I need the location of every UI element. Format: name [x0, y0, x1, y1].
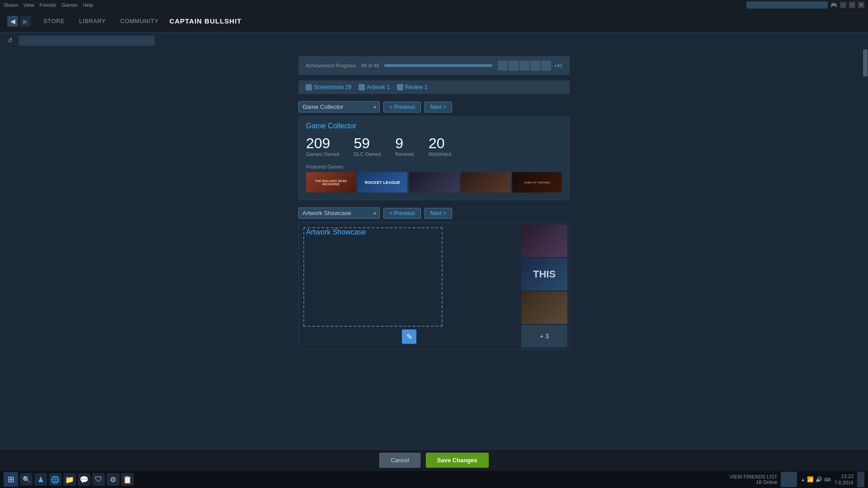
- action-bar: Cancel Save Changes: [0, 449, 868, 471]
- skype-icon: 💬: [80, 475, 89, 484]
- pencil-icon: ✎: [406, 333, 412, 341]
- tab-review[interactable]: Review 1: [397, 84, 427, 90]
- titlebar: Steam View Friends Games Help 🎮 ─ □ ✕: [0, 0, 868, 10]
- menu-steam[interactable]: Steam: [4, 2, 18, 8]
- url-bar[interactable]: [19, 36, 155, 46]
- nav-username: CAPTAIN BULLSHIT: [170, 17, 242, 25]
- game-thumb-4[interactable]: [461, 172, 510, 192]
- review-label: Review 1: [405, 84, 427, 90]
- maximize-button[interactable]: □: [849, 2, 855, 8]
- screenshots-label: Screenshots 29: [314, 84, 351, 90]
- refresh-button[interactable]: ↺: [7, 37, 15, 45]
- achievement-plus-count: +43: [554, 63, 562, 68]
- taskbar-search-button[interactable]: 🔍: [20, 473, 33, 486]
- achievement-progress-bar: [384, 64, 492, 67]
- game-collector-stats: 209 Games Owned 59 DLC Owned 9 Reviews: [299, 134, 569, 164]
- save-changes-button[interactable]: Save Changes: [426, 453, 489, 468]
- game-5-art: GAME OF THRONES: [512, 172, 562, 192]
- taskbar-antivirus-icon[interactable]: 🛡: [92, 473, 105, 486]
- forward-button[interactable]: ▶: [20, 16, 31, 27]
- game-4-art: [461, 172, 510, 192]
- game-collector-previous-button[interactable]: < Previous: [383, 102, 421, 113]
- game-collector-next-button[interactable]: Next >: [425, 102, 452, 113]
- scrollbar[interactable]: [863, 49, 868, 488]
- chrome-icon: 🌐: [51, 475, 60, 484]
- taskbar-explorer-icon[interactable]: 📁: [63, 473, 76, 486]
- wishlisted-number: 20: [429, 136, 451, 151]
- menu-games[interactable]: Games: [61, 2, 77, 8]
- titlebar-search-bar[interactable]: [746, 1, 828, 9]
- game-collector-section: Game Collector ▼ < Previous Next > Game …: [298, 101, 570, 200]
- taskbar-right: VIEW FRIENDS LIST 18 Online ▲ 📶 🔊 ⌨ 13:2…: [730, 472, 864, 487]
- cancel-button[interactable]: Cancel: [379, 453, 420, 468]
- artwork-thumb-3[interactable]: [521, 291, 567, 324]
- featured-games-label: Featured Games: [299, 164, 569, 172]
- artwork-thumb-2[interactable]: THIS: [521, 258, 567, 291]
- scrollbar-thumb[interactable]: [863, 49, 868, 76]
- content-scroll: Achievement Progress 48 of 48 +43 Screen…: [0, 49, 868, 488]
- back-button[interactable]: ◀: [7, 16, 18, 27]
- stat-wishlisted: 20 Wishlisted: [429, 136, 451, 157]
- reviews-number: 9: [395, 136, 414, 151]
- reviews-label: Reviews: [395, 151, 414, 157]
- taskbar-skype-icon[interactable]: 💬: [78, 473, 90, 486]
- game-thumb-1[interactable]: THE WALKING DEAD MICHONNE: [306, 172, 356, 192]
- achievement-bar: Achievement Progress 48 of 48 +43: [298, 56, 570, 75]
- steam-icon: ♟: [38, 475, 44, 484]
- clock-time: 13:22: [834, 473, 854, 479]
- featured-games-row: THE WALKING DEAD MICHONNE ROCKET LEAGUE: [299, 172, 569, 200]
- game-thumb-2[interactable]: ROCKET LEAGUE: [358, 172, 407, 192]
- nav-community[interactable]: COMMUNITY: [115, 18, 164, 24]
- friend-avatar[interactable]: [781, 472, 797, 487]
- artwork-more-button[interactable]: + 3: [521, 325, 567, 347]
- view-friends-list[interactable]: VIEW FRIENDS LIST 18 Online: [730, 474, 778, 485]
- game-collector-dropdown[interactable]: Game Collector: [298, 101, 380, 113]
- achievement-icon-3: [519, 61, 529, 70]
- app1-icon: ⚙: [110, 475, 116, 484]
- menu-view[interactable]: View: [24, 2, 34, 8]
- clock-date: 7.8.2016: [834, 479, 854, 486]
- notification-area[interactable]: [857, 472, 864, 487]
- content-area: Achievement Progress 48 of 48 +43 Screen…: [0, 49, 868, 488]
- artwork-dashed-border: [303, 227, 443, 327]
- nav-store[interactable]: STORE: [38, 18, 70, 24]
- achievement-icon-2: [509, 61, 519, 70]
- menu-help[interactable]: Help: [83, 2, 94, 8]
- app2-icon: 📋: [123, 475, 132, 484]
- menu-friends[interactable]: Friends: [39, 2, 56, 8]
- dlc-owned-label: DLC Owned: [354, 151, 381, 157]
- controller-icon: 🎮: [830, 2, 837, 8]
- taskbar-chrome-icon[interactable]: 🌐: [49, 473, 61, 486]
- game-thumb-5[interactable]: GAME OF THRONES: [512, 172, 562, 192]
- search-icon: 🔍: [23, 476, 30, 483]
- dlc-owned-number: 59: [354, 136, 381, 151]
- volume-icon[interactable]: 🔊: [816, 476, 822, 483]
- subnav: ↺: [0, 33, 868, 49]
- taskbar: ⊞ 🔍 ♟ 🌐 📁 💬 🛡 ⚙ 📋 VIEW FRIENDS LIST 18 O…: [0, 471, 868, 488]
- minimize-button[interactable]: ─: [840, 2, 846, 8]
- taskbar-app2-icon[interactable]: 📋: [121, 473, 134, 486]
- game-thumb-3[interactable]: [409, 172, 459, 192]
- artwork-previous-button[interactable]: < Previous: [383, 208, 421, 219]
- this-text: THIS: [533, 268, 556, 280]
- artwork-thumb-1[interactable]: [521, 225, 567, 257]
- artwork-edit-button[interactable]: ✎: [402, 329, 416, 344]
- artwork-main-area: Artwork Showcase ✎: [299, 223, 519, 349]
- taskbar-steam-icon[interactable]: ♟: [34, 473, 47, 486]
- artwork-next-button[interactable]: Next >: [425, 208, 452, 219]
- tab-screenshots[interactable]: Screenshots 29: [306, 84, 351, 90]
- tab-artwork[interactable]: Artwork 1: [359, 84, 390, 90]
- artwork-showcase-dropdown[interactable]: Artwork Showcase: [298, 207, 380, 219]
- start-button[interactable]: ⊞: [4, 472, 18, 487]
- online-count: 18 Online: [730, 479, 778, 485]
- taskbar-app1-icon[interactable]: ⚙: [107, 473, 119, 486]
- nav-library[interactable]: LIBRARY: [74, 18, 111, 24]
- stat-games-owned: 209 Games Owned: [306, 136, 339, 157]
- up-arrow-icon[interactable]: ▲: [801, 477, 805, 482]
- artwork-icon: [359, 84, 365, 90]
- artwork-dropdown-wrapper: Artwork Showcase ▼: [298, 207, 380, 219]
- game-2-art: ROCKET LEAGUE: [358, 172, 407, 192]
- page-wrapper: Achievement Progress 48 of 48 +43 Screen…: [0, 49, 868, 488]
- close-button[interactable]: ✕: [858, 2, 864, 8]
- game-collector-dropdown-wrapper: Game Collector ▼: [298, 101, 380, 113]
